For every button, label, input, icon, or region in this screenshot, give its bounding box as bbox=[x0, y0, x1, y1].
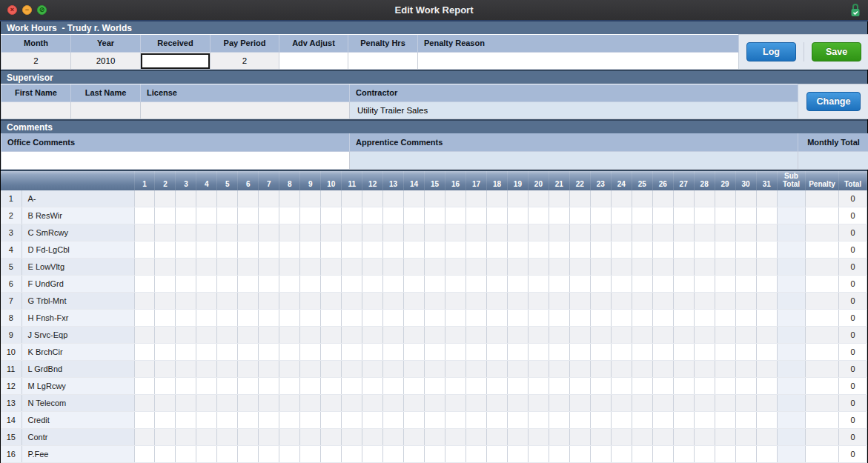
day-hours-cell[interactable] bbox=[342, 429, 362, 446]
day-hours-cell[interactable] bbox=[425, 344, 445, 361]
day-hours-cell[interactable] bbox=[259, 344, 279, 361]
day-hours-cell[interactable] bbox=[632, 378, 652, 395]
day-hours-cell[interactable] bbox=[735, 344, 756, 361]
day-hours-cell[interactable] bbox=[549, 207, 569, 224]
day-hours-cell[interactable] bbox=[694, 327, 715, 344]
day-hours-cell[interactable] bbox=[196, 327, 217, 344]
adv-adjust-input[interactable] bbox=[279, 53, 348, 70]
day-hours-cell[interactable] bbox=[611, 224, 632, 242]
day-hours-cell[interactable] bbox=[611, 378, 632, 395]
day-hours-cell[interactable] bbox=[383, 293, 404, 310]
day-hours-cell[interactable] bbox=[632, 429, 652, 446]
day-hours-cell[interactable] bbox=[528, 361, 549, 378]
day-hours-cell[interactable] bbox=[486, 446, 507, 463]
day-hours-cell[interactable] bbox=[155, 293, 176, 310]
day-hours-cell[interactable] bbox=[528, 446, 549, 463]
day-hours-cell[interactable] bbox=[342, 224, 362, 242]
close-icon[interactable]: × bbox=[7, 5, 17, 15]
day-hours-cell[interactable] bbox=[196, 224, 217, 242]
day-hours-cell[interactable] bbox=[196, 446, 217, 463]
day-hours-cell[interactable] bbox=[652, 190, 673, 207]
day-hours-cell[interactable] bbox=[466, 276, 487, 293]
day-hours-cell[interactable] bbox=[321, 259, 342, 276]
day-hours-cell[interactable] bbox=[217, 429, 238, 446]
day-hours-cell[interactable] bbox=[445, 310, 466, 327]
day-hours-cell[interactable] bbox=[217, 344, 238, 361]
day-hours-cell[interactable] bbox=[735, 327, 756, 344]
day-hours-cell[interactable] bbox=[404, 412, 425, 429]
day-hours-cell[interactable] bbox=[300, 242, 321, 259]
day-hours-cell[interactable] bbox=[321, 276, 342, 293]
day-hours-cell[interactable] bbox=[259, 276, 279, 293]
day-hours-cell[interactable] bbox=[715, 310, 735, 327]
day-hours-cell[interactable] bbox=[507, 344, 528, 361]
day-hours-cell[interactable] bbox=[425, 327, 445, 344]
day-hours-cell[interactable] bbox=[362, 259, 383, 276]
day-hours-cell[interactable] bbox=[134, 310, 155, 327]
day-hours-cell[interactable] bbox=[404, 378, 425, 395]
day-hours-cell[interactable] bbox=[425, 207, 445, 224]
day-hours-cell[interactable] bbox=[279, 310, 300, 327]
day-hours-cell[interactable] bbox=[694, 207, 715, 224]
day-hours-cell[interactable] bbox=[694, 276, 715, 293]
day-hours-cell[interactable] bbox=[300, 207, 321, 224]
day-hours-cell[interactable] bbox=[155, 412, 176, 429]
day-hours-cell[interactable] bbox=[404, 361, 425, 378]
day-hours-cell[interactable] bbox=[383, 327, 404, 344]
day-hours-cell[interactable] bbox=[425, 293, 445, 310]
day-hours-cell[interactable] bbox=[321, 361, 342, 378]
office-comments-input[interactable] bbox=[1, 151, 350, 169]
day-hours-cell[interactable] bbox=[569, 327, 590, 344]
day-hours-cell[interactable] bbox=[321, 395, 342, 412]
day-hours-cell[interactable] bbox=[321, 310, 342, 327]
day-hours-cell[interactable] bbox=[321, 293, 342, 310]
day-hours-cell[interactable] bbox=[196, 361, 217, 378]
day-hours-cell[interactable] bbox=[259, 378, 279, 395]
day-hours-cell[interactable] bbox=[632, 190, 652, 207]
day-hours-cell[interactable] bbox=[279, 378, 300, 395]
day-hours-cell[interactable] bbox=[259, 190, 279, 207]
day-hours-cell[interactable] bbox=[321, 224, 342, 242]
day-hours-cell[interactable] bbox=[300, 276, 321, 293]
day-hours-cell[interactable] bbox=[362, 224, 383, 242]
day-hours-cell[interactable] bbox=[425, 378, 445, 395]
day-hours-cell[interactable] bbox=[176, 310, 196, 327]
day-hours-cell[interactable] bbox=[528, 395, 549, 412]
day-hours-cell[interactable] bbox=[735, 259, 756, 276]
day-hours-cell[interactable] bbox=[715, 344, 735, 361]
day-hours-cell[interactable] bbox=[611, 259, 632, 276]
day-hours-cell[interactable] bbox=[383, 344, 404, 361]
day-hours-cell[interactable] bbox=[362, 190, 383, 207]
day-hours-cell[interactable] bbox=[404, 310, 425, 327]
day-hours-cell[interactable] bbox=[134, 293, 155, 310]
day-hours-cell[interactable] bbox=[134, 412, 155, 429]
day-hours-cell[interactable] bbox=[694, 242, 715, 259]
day-hours-cell[interactable] bbox=[466, 395, 487, 412]
day-hours-cell[interactable] bbox=[486, 207, 507, 224]
day-hours-cell[interactable] bbox=[549, 344, 569, 361]
day-hours-cell[interactable] bbox=[590, 327, 611, 344]
day-hours-cell[interactable] bbox=[715, 242, 735, 259]
day-hours-cell[interactable] bbox=[466, 242, 487, 259]
day-hours-cell[interactable] bbox=[196, 190, 217, 207]
day-hours-cell[interactable] bbox=[611, 293, 632, 310]
day-hours-cell[interactable] bbox=[715, 361, 735, 378]
day-hours-cell[interactable] bbox=[300, 429, 321, 446]
day-hours-cell[interactable] bbox=[673, 276, 694, 293]
day-hours-cell[interactable] bbox=[756, 293, 777, 310]
day-hours-cell[interactable] bbox=[404, 327, 425, 344]
day-hours-cell[interactable] bbox=[652, 446, 673, 463]
day-hours-cell[interactable] bbox=[383, 361, 404, 378]
day-hours-cell[interactable] bbox=[155, 207, 176, 224]
day-hours-cell[interactable] bbox=[652, 310, 673, 327]
day-hours-cell[interactable] bbox=[279, 429, 300, 446]
day-hours-cell[interactable] bbox=[632, 293, 652, 310]
day-hours-cell[interactable] bbox=[590, 276, 611, 293]
day-hours-cell[interactable] bbox=[155, 242, 176, 259]
day-hours-cell[interactable] bbox=[425, 395, 445, 412]
day-hours-cell[interactable] bbox=[362, 293, 383, 310]
day-hours-cell[interactable] bbox=[611, 327, 632, 344]
day-hours-cell[interactable] bbox=[466, 293, 487, 310]
day-hours-cell[interactable] bbox=[694, 224, 715, 242]
day-hours-cell[interactable] bbox=[259, 207, 279, 224]
